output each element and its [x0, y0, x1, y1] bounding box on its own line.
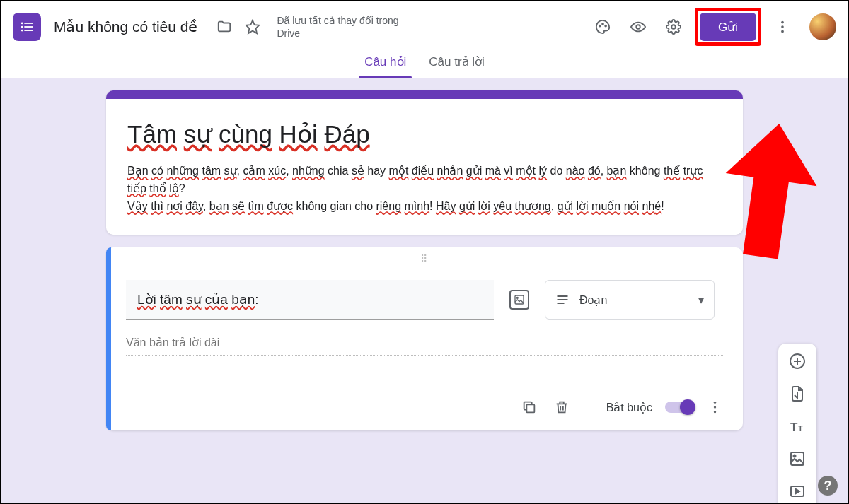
svg-point-22	[713, 406, 715, 409]
question-type-label: Đoạn	[579, 293, 607, 307]
svg-rect-29	[791, 452, 804, 465]
floating-toolbar: TT	[778, 344, 816, 504]
add-image-toolbar-icon[interactable]	[788, 450, 807, 468]
preview-eye-icon[interactable]	[624, 13, 652, 41]
delete-trash-icon[interactable]	[552, 397, 572, 417]
form-header-card[interactable]: Tâm sự cùng Hỏi Đáp Bạn có những tâm sự,…	[106, 90, 743, 235]
divider	[589, 397, 589, 418]
svg-rect-3	[24, 26, 33, 28]
svg-point-8	[602, 23, 603, 25]
svg-text:T: T	[798, 424, 803, 433]
add-question-icon[interactable]	[788, 352, 807, 370]
svg-text:T: T	[790, 421, 798, 434]
required-label: Bắt buộc	[606, 401, 652, 414]
import-questions-icon[interactable]	[788, 385, 807, 403]
question-card[interactable]: ⠿ Lời tâm sự của bạn: Đoạn ▾	[106, 247, 743, 430]
send-button-highlight: Gửi	[695, 8, 761, 46]
more-options-icon[interactable]	[768, 13, 797, 41]
drag-handle-icon[interactable]: ⠿	[106, 247, 743, 264]
add-image-icon[interactable]	[509, 290, 529, 310]
help-icon[interactable]: ?	[818, 476, 838, 496]
svg-rect-18	[558, 300, 568, 301]
move-to-folder-icon[interactable]	[210, 13, 238, 41]
svg-rect-0	[21, 23, 23, 25]
svg-point-12	[781, 21, 784, 24]
add-video-icon[interactable]	[788, 482, 807, 500]
duplicate-icon[interactable]	[519, 397, 539, 417]
svg-point-11	[671, 25, 676, 29]
add-title-icon[interactable]: TT	[788, 417, 807, 435]
svg-point-10	[636, 25, 640, 29]
form-description[interactable]: Bạn có những tâm sự, cảm xúc, những chia…	[127, 163, 722, 215]
svg-rect-20	[526, 405, 534, 413]
svg-point-16	[516, 298, 518, 299]
svg-rect-1	[24, 23, 33, 24]
svg-marker-6	[246, 20, 259, 33]
svg-rect-17	[558, 296, 568, 298]
forms-logo-icon	[13, 13, 41, 41]
svg-point-23	[713, 411, 715, 413]
svg-point-14	[781, 30, 784, 33]
tab-responses[interactable]: Câu trả lời	[417, 54, 496, 78]
svg-rect-2	[21, 26, 23, 28]
star-icon[interactable]	[238, 13, 267, 41]
app-header: Mẫu không có tiêu đề Đã lưu tất cả thay …	[1, 1, 848, 47]
svg-rect-15	[515, 295, 524, 304]
question-title-input[interactable]: Lời tâm sự của bạn:	[126, 280, 494, 320]
account-avatar[interactable]	[809, 13, 836, 40]
svg-point-7	[599, 25, 601, 27]
question-more-icon[interactable]	[706, 399, 723, 416]
form-tabs: Câu hỏi Câu trả lời	[1, 47, 848, 78]
form-title[interactable]: Tâm sự cùng Hỏi Đáp	[127, 120, 722, 148]
chevron-down-icon: ▾	[698, 293, 704, 307]
send-button[interactable]: Gửi	[700, 13, 756, 41]
svg-point-13	[781, 25, 784, 28]
long-answer-placeholder	[126, 329, 723, 356]
form-canvas: Tâm sự cùng Hỏi Đáp Bạn có những tâm sự,…	[1, 78, 848, 504]
document-title[interactable]: Mẫu không có tiêu đề	[54, 18, 197, 35]
svg-point-21	[713, 402, 715, 404]
theme-palette-icon[interactable]	[589, 13, 617, 41]
svg-rect-5	[24, 30, 33, 31]
svg-marker-32	[796, 489, 799, 493]
question-type-select[interactable]: Đoạn ▾	[545, 280, 715, 320]
svg-point-30	[794, 455, 796, 457]
required-toggle[interactable]	[665, 402, 693, 413]
save-status: Đã lưu tất cả thay đổi trong Drive	[277, 14, 418, 40]
svg-rect-4	[21, 30, 23, 32]
settings-gear-icon[interactable]	[659, 13, 688, 41]
tab-questions[interactable]: Câu hỏi	[353, 54, 417, 78]
svg-rect-19	[558, 303, 565, 305]
svg-point-9	[605, 25, 606, 27]
